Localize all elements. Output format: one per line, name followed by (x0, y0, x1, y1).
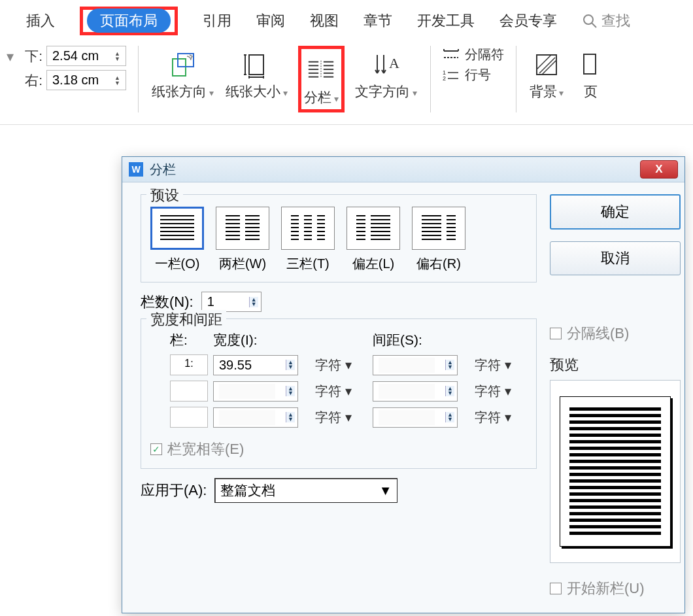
close-button[interactable]: X (640, 160, 678, 179)
tab-view[interactable]: 视图 (310, 11, 339, 31)
line-numbers-icon: 12 (443, 68, 460, 82)
width-spacing-legend: 宽度和间距 (146, 310, 226, 330)
width-3-input: ▲▼ (213, 407, 298, 428)
columns-label: 分栏 (304, 88, 339, 107)
preset-one-column[interactable]: 一栏(O) (150, 207, 204, 273)
paper-size-icon (241, 50, 271, 80)
page-extra-icon (575, 50, 605, 80)
preset-one-label: 一栏(O) (155, 255, 200, 273)
ok-button[interactable]: 确定 (550, 194, 681, 230)
divider (430, 46, 431, 112)
tab-developer[interactable]: 开发工具 (417, 11, 475, 31)
highlight-page-layout: 页面布局 (80, 7, 178, 35)
dropdown-icon-left[interactable]: ▾ (7, 46, 14, 65)
svg-point-0 (584, 15, 593, 24)
presets-legend: 预设 (146, 186, 183, 205)
tab-insert[interactable]: 插入 (26, 11, 55, 31)
line-numbers-label: 行号 (465, 66, 491, 84)
page-extra-button[interactable]: 页 (574, 46, 607, 105)
svg-text:2: 2 (443, 75, 446, 82)
preview-area (550, 380, 681, 563)
text-direction-button[interactable]: A 文字方向 (354, 46, 418, 105)
checkbox-icon: ✓ (150, 443, 162, 455)
preset-three-columns[interactable]: 三栏(T) (281, 207, 335, 273)
checkbox-icon (550, 328, 562, 339)
columns-dialog: W 分栏 X 预设 一栏(O) 两栏(W) (122, 156, 685, 613)
col-index-2 (170, 381, 208, 402)
preset-right-label: 偏右(R) (416, 255, 461, 273)
tab-references[interactable]: 引用 (203, 11, 231, 31)
ribbon-controls: ▾ 下: ▲▼ 右: ▲▼ 纸张方向 纸张大小 (0, 41, 693, 125)
search-command[interactable]: 查找 (582, 11, 630, 31)
unit-3a: 字符 ▾ (315, 409, 367, 426)
separator-checkbox: 分隔线(B) (550, 324, 629, 343)
tab-sections[interactable]: 章节 (363, 11, 392, 31)
margin-bottom-value[interactable] (52, 48, 109, 63)
ribbon-tabs: 插入 页面布局 引用 审阅 视图 章节 开发工具 会员专享 查找 (0, 0, 693, 41)
spinner-arrows-icon[interactable]: ▲▼ (249, 297, 258, 307)
num-columns-input[interactable]: ▲▼ (201, 292, 262, 312)
tab-review[interactable]: 审阅 (256, 11, 285, 31)
breaks-linenumbers-group: 分隔符 12 行号 (443, 46, 504, 84)
checkbox-icon (550, 583, 562, 594)
spacing-1-input: ▲▼ (373, 355, 458, 375)
margin-right-input[interactable]: ▲▼ (46, 70, 126, 90)
svg-line-1 (592, 23, 596, 27)
spinner-arrows-icon: ▲▼ (445, 360, 454, 370)
page-extra-label: 页 (584, 82, 598, 101)
dialog-titlebar[interactable]: W 分栏 X (122, 157, 685, 182)
preset-left[interactable]: 偏左(L) (346, 207, 400, 273)
margin-inputs: 下: ▲▼ 右: ▲▼ (23, 46, 126, 90)
preset-left-label: 偏左(L) (352, 255, 394, 273)
svg-rect-33 (537, 55, 556, 75)
tab-page-layout[interactable]: 页面布局 (87, 9, 171, 33)
apply-to-label: 应用于(A): (141, 481, 207, 500)
highlight-columns: 分栏 (298, 46, 345, 112)
orientation-button[interactable]: 纸张方向 (150, 46, 215, 105)
unit-3b: 字符 ▾ (475, 409, 527, 426)
svg-line-34 (539, 58, 555, 73)
num-columns-label: 栏数(N): (141, 292, 194, 312)
breaks-button[interactable]: 分隔符 (443, 46, 504, 63)
preset-two-label: 两栏(W) (219, 255, 266, 273)
spinner-arrows-icon[interactable]: ▲▼ (286, 360, 295, 370)
spinner-arrows-icon[interactable]: ▲▼ (114, 75, 120, 86)
unit-1a[interactable]: 字符 ▾ (315, 356, 367, 374)
background-button[interactable]: 背景 (528, 46, 566, 105)
orientation-label: 纸张方向 (152, 82, 214, 101)
tab-member[interactable]: 会员专享 (499, 11, 557, 31)
presets-group: 预设 一栏(O) 两栏(W) (141, 194, 537, 282)
col-header: 栏: (170, 331, 208, 349)
margin-right-value[interactable] (52, 73, 109, 88)
width-1-input[interactable]: ▲▼ (213, 355, 298, 375)
num-columns-value[interactable] (207, 294, 243, 309)
breaks-icon (443, 48, 460, 62)
col-index-1: 1: (170, 354, 208, 375)
spacing-3-input: ▲▼ (373, 407, 458, 428)
margin-bottom-input[interactable]: ▲▼ (46, 46, 126, 66)
start-new-column-label: 开始新栏(U) (567, 579, 645, 598)
line-numbers-button[interactable]: 12 行号 (443, 66, 504, 84)
chevron-down-icon: ▼ (379, 483, 392, 498)
spacing-header: 间距(S): (373, 331, 469, 349)
background-icon (532, 50, 562, 80)
unit-1b: 字符 ▾ (475, 356, 527, 374)
paper-size-button[interactable]: 纸张大小 (224, 46, 289, 105)
width-1-value[interactable] (219, 358, 275, 373)
cancel-button[interactable]: 取消 (550, 241, 681, 275)
apply-to-value: 整篇文档 (220, 481, 275, 500)
dialog-title: 分栏 (150, 161, 176, 179)
columns-button[interactable]: 分栏 (304, 56, 339, 107)
unit-2b: 字符 ▾ (475, 383, 527, 400)
preset-right[interactable]: 偏右(R) (412, 207, 465, 273)
preview-page-icon (560, 396, 671, 547)
margin-right-label: 右: (23, 71, 42, 90)
col-index-3 (170, 407, 208, 428)
paper-size-label: 纸张大小 (226, 82, 288, 101)
preset-two-columns[interactable]: 两栏(W) (216, 207, 269, 273)
spinner-arrows-icon[interactable]: ▲▼ (114, 51, 120, 61)
svg-rect-4 (249, 55, 263, 75)
apply-to-select[interactable]: 整篇文档 ▼ (214, 478, 397, 503)
margin-bottom-label: 下: (23, 47, 42, 65)
equal-width-checkbox: ✓ 栏宽相等(E) (150, 439, 244, 459)
